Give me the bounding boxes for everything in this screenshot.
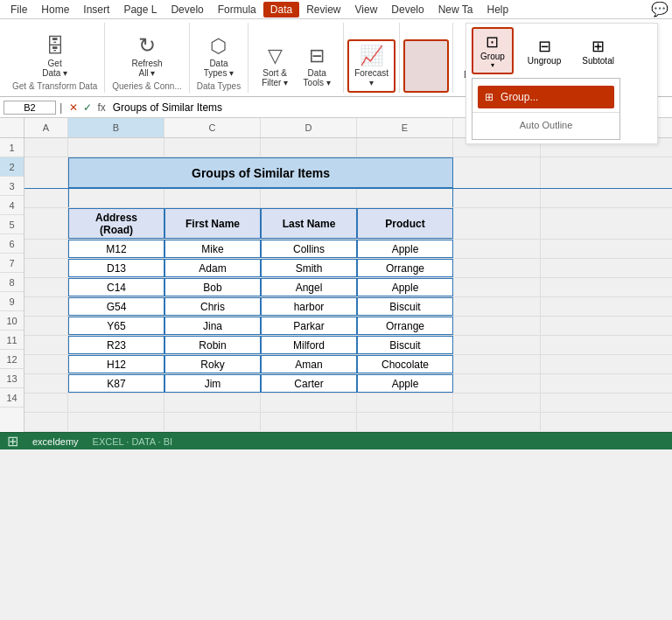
cell-b3[interactable] (68, 189, 164, 207)
cell-c14[interactable] (164, 413, 261, 431)
cell-c5[interactable]: Mike (164, 240, 261, 258)
cell-b11[interactable]: H12 (68, 355, 164, 373)
cell-e10[interactable]: Biscuit (357, 336, 453, 354)
menu-review[interactable]: Review (299, 2, 347, 17)
sort-filter-button[interactable]: ▽ Sort &Filter ▾ (256, 43, 294, 89)
cell-a9[interactable] (24, 317, 68, 335)
cell-d11[interactable]: Aman (261, 355, 357, 373)
cell-c11[interactable]: Roky (164, 355, 261, 373)
refresh-all-button[interactable]: ↻ RefreshAll ▾ (128, 31, 166, 80)
menu-developer2[interactable]: Develo (384, 2, 430, 17)
cell-b2-title[interactable]: Groups of Similar Items (68, 157, 453, 188)
cell-a13[interactable] (24, 394, 68, 412)
cell-e3[interactable] (357, 189, 453, 207)
cell-f6[interactable] (453, 259, 541, 277)
menu-file[interactable]: File (4, 2, 34, 17)
menu-insert[interactable]: Insert (76, 2, 116, 17)
cell-f4[interactable] (453, 208, 541, 239)
cell-e8[interactable]: Biscuit (357, 297, 453, 316)
cell-f9[interactable] (453, 317, 541, 335)
cell-d4-header[interactable]: Last Name (261, 208, 357, 239)
cell-b13[interactable] (68, 394, 164, 412)
cell-e11[interactable]: Chocolate (357, 355, 453, 373)
cell-f7[interactable] (453, 278, 541, 296)
cell-c3[interactable] (164, 189, 261, 207)
group-group-item[interactable]: ⊞ Group... (478, 86, 614, 108)
forecast-button[interactable]: 📈 Forecast▾ (351, 43, 392, 89)
cell-c1[interactable] (164, 138, 261, 157)
cell-b9[interactable]: Y65 (68, 317, 164, 335)
cell-d14[interactable] (261, 413, 357, 431)
menu-view[interactable]: View (348, 2, 385, 17)
cell-f11[interactable] (453, 355, 541, 373)
cell-d9[interactable]: Parkar (261, 317, 357, 335)
menu-home[interactable]: Home (34, 2, 76, 17)
menu-data[interactable]: Data (263, 2, 299, 17)
cell-f8[interactable] (453, 297, 541, 316)
cell-b5[interactable]: M12 (68, 240, 164, 258)
cell-a11[interactable] (24, 355, 68, 373)
cell-reference-input[interactable]: B2 (4, 101, 56, 115)
cell-c9[interactable]: Jina (164, 317, 261, 335)
confirm-formula-icon[interactable]: ✓ (83, 101, 92, 114)
cell-e5[interactable]: Apple (357, 240, 453, 258)
cell-c6[interactable]: Adam (164, 259, 261, 277)
cell-d6[interactable]: Smith (261, 259, 357, 277)
cell-a14[interactable] (24, 413, 68, 431)
get-data-button[interactable]: 🗄 GetData ▾ (36, 33, 74, 80)
cell-c13[interactable] (164, 394, 261, 412)
cell-d1[interactable] (261, 138, 357, 157)
cell-f14[interactable] (453, 413, 541, 431)
cell-b12[interactable]: K87 (68, 374, 164, 393)
cell-f12[interactable] (453, 374, 541, 393)
data-tools-button[interactable]: ⊟ DataTools ▾ (298, 43, 336, 89)
cell-d8[interactable]: harbor (261, 297, 357, 316)
group-button[interactable]: ⊡ Group ▾ (472, 27, 514, 74)
cell-b10[interactable]: R23 (68, 336, 164, 354)
cell-a12[interactable] (24, 374, 68, 393)
cell-b14[interactable] (68, 413, 164, 431)
cell-d7[interactable]: Angel (261, 278, 357, 296)
insert-function-icon[interactable]: fx (97, 101, 105, 114)
cell-a1[interactable] (24, 138, 68, 157)
cell-d3[interactable] (261, 189, 357, 207)
auto-outline-item[interactable]: Auto Outline (472, 116, 620, 134)
cell-a8[interactable] (24, 297, 68, 316)
cell-a3[interactable] (24, 189, 68, 207)
menu-page-layout[interactable]: Page L (116, 2, 164, 17)
cell-f2[interactable] (453, 157, 541, 188)
cell-b4-header[interactable]: Address(Road) (68, 208, 164, 239)
cell-a7[interactable] (24, 278, 68, 296)
cell-f3[interactable] (453, 189, 541, 207)
cell-b1[interactable] (68, 138, 164, 157)
cell-c8[interactable]: Chris (164, 297, 261, 316)
cell-c12[interactable]: Jim (164, 374, 261, 393)
chat-icon[interactable]: 💬 (651, 1, 668, 17)
cancel-formula-icon[interactable]: ✕ (69, 101, 78, 114)
cell-f10[interactable] (453, 336, 541, 354)
cell-c7[interactable]: Bob (164, 278, 261, 296)
cell-b6[interactable]: D13 (68, 259, 164, 277)
cell-f5[interactable] (453, 240, 541, 258)
cell-e14[interactable] (357, 413, 453, 431)
cell-e4-header[interactable]: Product (357, 208, 453, 239)
cell-a10[interactable] (24, 336, 68, 354)
cell-a2[interactable] (24, 157, 68, 188)
menu-developer1[interactable]: Develo (164, 2, 210, 17)
menu-formula[interactable]: Formula (211, 2, 263, 17)
cell-f13[interactable] (453, 394, 541, 412)
cell-b7[interactable]: C14 (68, 278, 164, 296)
subtotal-button[interactable]: ⊞ Subtotal (575, 33, 621, 69)
cell-e12[interactable]: Apple (357, 374, 453, 393)
data-types-button[interactable]: ⬡ DataTypes ▾ (200, 33, 238, 80)
cell-c10[interactable]: Robin (164, 336, 261, 354)
outline-button[interactable]: ⊞ Outline▾ (407, 43, 445, 89)
cell-e1[interactable] (357, 138, 453, 157)
menu-help[interactable]: Help (480, 2, 515, 17)
cell-a5[interactable] (24, 240, 68, 258)
cell-e9[interactable]: Orrange (357, 317, 453, 335)
menu-new-tab[interactable]: New Ta (431, 2, 480, 17)
cell-d13[interactable] (261, 394, 357, 412)
cell-c4-header[interactable]: First Name (164, 208, 261, 239)
cell-e13[interactable] (357, 394, 453, 412)
